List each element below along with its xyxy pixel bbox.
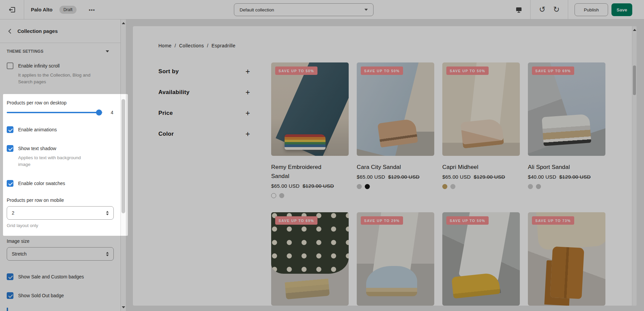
color-swatch[interactable] — [365, 184, 370, 189]
setting-help-text: Applies to text with background image — [18, 154, 89, 168]
editor-topbar: Palo Alto Draft ••• Default collection ↺… — [0, 0, 644, 19]
product-title[interactable]: Cara City Sandal — [357, 163, 420, 172]
product-image[interactable]: SAVE UP TO 50% — [357, 62, 434, 156]
price-current: $65.00 USD — [271, 183, 300, 189]
filter-sort-by[interactable]: Sort by + — [158, 61, 250, 82]
product-image[interactable]: SAVE UP TO 29% — [357, 212, 434, 306]
setting-enable-color-swatches: Enable color swatches — [7, 180, 114, 187]
chevron-down-icon — [364, 9, 368, 11]
color-swatch[interactable] — [528, 184, 533, 189]
topbar-divider — [568, 0, 568, 19]
color-swatch[interactable] — [450, 184, 455, 189]
breadcrumb-current: Espradrille — [211, 43, 236, 48]
scroll-up-icon[interactable] — [122, 22, 125, 24]
section-title: THEME SETTINGS — [7, 49, 44, 54]
filter-list: Sort by + Availability + Price + Color + — [158, 61, 250, 144]
breadcrumb-separator: / — [175, 43, 176, 48]
sidebar-scrollbar[interactable] — [120, 19, 126, 311]
preview-scrollbar[interactable] — [632, 26, 637, 306]
theme-settings-section-header[interactable]: THEME SETTINGS — [7, 49, 114, 54]
checkbox[interactable] — [7, 62, 13, 69]
scrollbar-thumb[interactable] — [121, 99, 125, 213]
product-card[interactable]: SAVE UP TO 50% Cara City Sandal $65.00 U… — [357, 62, 434, 212]
setting-show-sold-out-badge: Show Sold Out badge — [7, 292, 114, 299]
slider-value: 4 — [111, 110, 113, 115]
plus-icon: + — [246, 88, 250, 97]
sale-badge: SAVE UP TO 50% — [446, 66, 489, 75]
breadcrumb-separator: / — [207, 43, 208, 48]
color-swatch[interactable] — [536, 184, 541, 189]
color-swatch[interactable] — [279, 193, 284, 198]
product-image[interactable]: SAVE UP TO 50% — [442, 62, 520, 156]
scroll-down-icon[interactable] — [122, 306, 125, 308]
product-grid: SAVE UP TO 50% Remy Embroidered Sandal $… — [271, 62, 605, 306]
color-swatch[interactable] — [271, 193, 276, 198]
product-prices: $65.00 USD $129.00 USD — [271, 183, 349, 189]
filter-availability[interactable]: Availability + — [158, 82, 250, 103]
swatch-list — [357, 184, 434, 189]
sale-badge: SAVE UP TO 29% — [361, 216, 403, 225]
back-button[interactable] — [4, 25, 16, 37]
product-title[interactable]: Remy Embroidered Sandal — [271, 163, 335, 181]
sale-badge: SAVE UP TO 50% — [361, 66, 403, 75]
chevron-left-icon — [7, 28, 13, 35]
redo-button[interactable]: ↻ — [549, 0, 564, 19]
setting-label: Show text shadow — [18, 146, 56, 151]
setting-products-per-row-desktop: 4 — [7, 109, 114, 116]
product-title[interactable]: Capri Midheel — [442, 163, 506, 172]
product-image[interactable]: SAVE UP TO 50% — [271, 62, 349, 156]
slider-fill — [7, 112, 99, 113]
select-stepper-icon — [106, 211, 109, 215]
more-actions-button[interactable]: ••• — [85, 4, 99, 16]
checkbox[interactable] — [7, 273, 13, 280]
color-swatch[interactable] — [442, 184, 447, 189]
sidebar-header: Collection pages — [0, 19, 120, 43]
page-selector-dropdown[interactable]: Default collection — [234, 3, 374, 16]
price-current: $65.00 USD — [357, 174, 385, 180]
checkbox[interactable] — [7, 292, 13, 299]
select-products-per-row-mobile[interactable]: 2 — [7, 206, 114, 220]
preview-area: Home/Collections/Espradrille Sort by + A… — [126, 19, 644, 311]
collapse-caret-icon — [106, 50, 109, 52]
checkbox[interactable] — [7, 145, 13, 152]
scroll-up-icon[interactable] — [633, 29, 636, 31]
filter-price[interactable]: Price + — [158, 103, 250, 124]
save-button[interactable]: Save — [611, 3, 632, 16]
sale-badge: SAVE UP TO 50% — [275, 66, 317, 75]
exit-editor-button[interactable] — [0, 0, 24, 19]
product-card[interactable]: SAVE UP TO 50% Remy Embroidered Sandal $… — [271, 62, 349, 212]
product-card[interactable]: SAVE UP TO 50% Capri Midheel $65.00 USD … — [442, 62, 520, 212]
publish-button[interactable]: Publish — [575, 3, 608, 16]
filter-color[interactable]: Color + — [158, 124, 250, 144]
select-image-size[interactable]: Stretch — [7, 247, 114, 261]
product-image[interactable]: SAVE UP TO 73% — [528, 212, 605, 306]
setting-label: Products per row on mobile — [7, 197, 114, 203]
setting-help-text: Grid layout only — [7, 223, 114, 228]
product-card[interactable]: SAVE UP TO 69% Ali Sport Sandal $40.00 U… — [528, 62, 605, 212]
product-image[interactable]: SAVE UP TO 50% — [442, 212, 520, 306]
setting-infinity-scroll: Enable infinity scroll It applies to the… — [7, 62, 114, 85]
color-swatch[interactable] — [357, 184, 362, 189]
select-value: Stretch — [12, 251, 27, 257]
breadcrumb-collections[interactable]: Collections — [179, 43, 204, 48]
checkbox[interactable] — [7, 126, 13, 133]
price-compare-at: $129.00 USD — [303, 183, 334, 189]
range-slider[interactable] — [7, 109, 103, 116]
checkbox[interactable] — [7, 180, 13, 187]
setting-label: Image size — [7, 238, 114, 244]
scrollbar-thumb[interactable] — [633, 65, 636, 95]
breadcrumb-home[interactable]: Home — [158, 43, 171, 48]
undo-button[interactable]: ↺ — [535, 0, 550, 19]
desktop-preview-button[interactable] — [511, 0, 526, 19]
price-current: $40.00 USD — [528, 174, 556, 180]
slider-thumb[interactable] — [96, 109, 102, 116]
setting-show-sale-badges: Show Sale and Custom badges — [7, 273, 114, 280]
setting-partially-visible — [7, 308, 114, 311]
product-image[interactable]: SAVE UP TO 69% — [271, 212, 349, 306]
price-current: $65.00 USD — [442, 174, 471, 180]
product-image[interactable]: SAVE UP TO 69% — [528, 62, 605, 156]
setting-label: Enable infinity scroll — [18, 63, 60, 69]
product-title[interactable]: Ali Sport Sandal — [528, 163, 592, 172]
checkbox[interactable] — [7, 308, 8, 311]
price-compare-at: $129.00 USD — [388, 174, 419, 180]
